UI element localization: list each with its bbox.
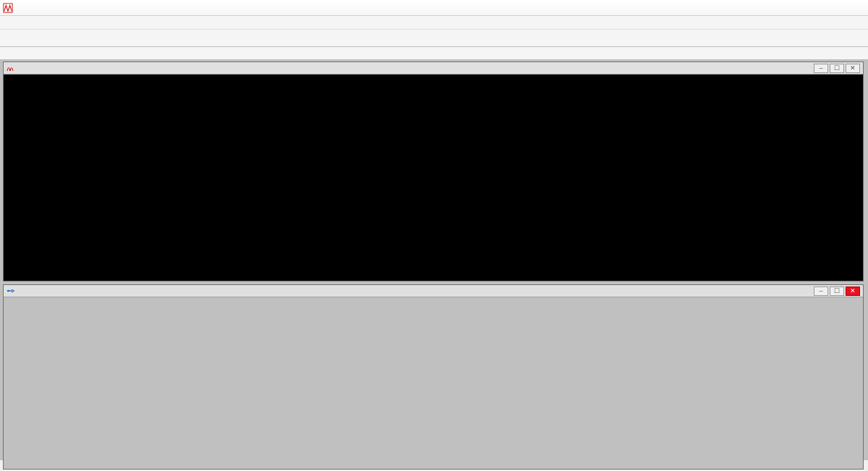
child-maximize-button[interactable]: ☐ <box>830 287 844 296</box>
svg-rect-1 <box>7 290 9 292</box>
svg-point-2 <box>12 290 14 292</box>
schematic-window-titlebar[interactable]: – ☐ ✕ <box>4 285 863 297</box>
waveform-window: – ☐ ✕ <box>3 61 864 281</box>
child-minimize-button[interactable]: – <box>814 64 828 73</box>
mdi-client-area: – ☐ ✕ – ☐ ✕ <box>0 60 868 459</box>
child-minimize-button[interactable]: – <box>814 287 828 296</box>
document-tabs <box>0 47 868 60</box>
title-bar <box>0 0 868 16</box>
waveform-canvas[interactable] <box>4 75 221 183</box>
child-close-button[interactable]: ✕ <box>846 287 860 296</box>
menu-bar <box>0 16 868 30</box>
app-icon <box>3 3 13 13</box>
minimize-button[interactable] <box>774 0 804 16</box>
close-button[interactable] <box>835 0 865 16</box>
schematic-canvas[interactable] <box>4 297 863 469</box>
schematic-icon <box>7 287 15 295</box>
toolbar <box>0 30 868 47</box>
waveform-icon <box>7 64 15 72</box>
child-close-button[interactable]: ✕ <box>846 64 860 73</box>
schematic-window: – ☐ ✕ <box>3 284 864 470</box>
maximize-button[interactable] <box>804 0 835 16</box>
waveform-window-titlebar[interactable]: – ☐ ✕ <box>4 62 863 75</box>
child-maximize-button[interactable]: ☐ <box>830 64 844 73</box>
waveform-plot-area[interactable] <box>4 75 863 281</box>
